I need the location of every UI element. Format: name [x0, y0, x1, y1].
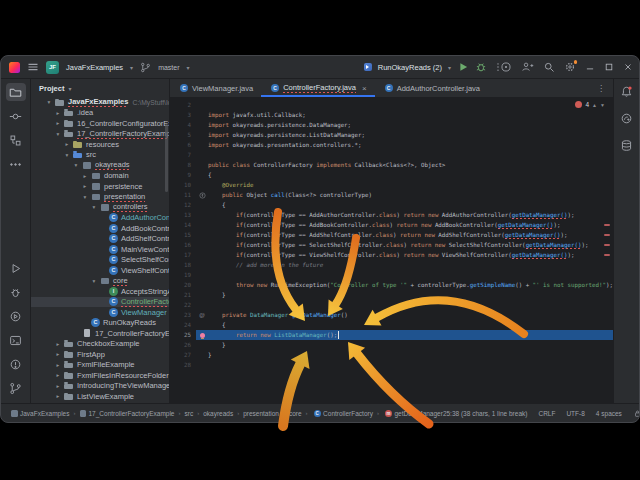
search-everywhere-icon[interactable]: [543, 61, 555, 73]
chevron-right-icon[interactable]: ▸: [54, 383, 62, 389]
tree-item[interactable]: ▾core: [31, 276, 169, 287]
breadcrumb-item[interactable]: src: [184, 410, 193, 417]
tree-item[interactable]: ▾presentation: [31, 192, 169, 203]
caret-position[interactable]: 25:38 (38 chars, 1 line break): [443, 410, 528, 417]
tool-git-button[interactable]: [6, 379, 26, 397]
tree-item[interactable]: CMainViewController: [31, 244, 169, 255]
tab-options-kebab-icon[interactable]: ⋮: [589, 84, 613, 93]
code-line[interactable]: 28: [170, 360, 613, 370]
code-line[interactable]: 24 {: [170, 320, 613, 330]
tool-run-button[interactable]: [6, 259, 26, 277]
chevron-right-icon[interactable]: ▸: [54, 341, 62, 347]
debug-button[interactable]: [475, 61, 487, 73]
code-line[interactable]: 23@ private DataManager getDataManager(): [170, 310, 613, 320]
chevron-right-icon[interactable]: ▸: [54, 362, 62, 368]
tool-commit-button[interactable]: [6, 107, 26, 125]
breadcrumb-item[interactable]: presentation: [243, 410, 279, 417]
tool-terminal-button[interactable]: [6, 331, 26, 349]
code-line[interactable]: 11 public Object call(Class<?> controlle…: [170, 190, 613, 200]
breadcrumb-item[interactable]: JavaFxExamples: [11, 409, 70, 417]
code-line[interactable]: 6import okayreads.presentation.controlle…: [170, 140, 613, 150]
code-line[interactable]: 21 }: [170, 290, 613, 300]
tree-item[interactable]: CViewManager: [31, 307, 169, 318]
tree-item[interactable]: ▸CheckboxExample: [31, 339, 169, 350]
tree-item[interactable]: ▾JavaFxExamplesC:\MyStuff\Idea Projects: [31, 97, 169, 108]
readonly-lock-icon[interactable]: [633, 409, 640, 418]
run-button[interactable]: [457, 61, 469, 73]
chevron-down-icon[interactable]: ▾: [63, 152, 71, 158]
tree-item[interactable]: CAddBookController: [31, 223, 169, 234]
tree-item[interactable]: IAcceptsStringArgument: [31, 286, 169, 297]
code-line[interactable]: 16 if(controllerType == SelectShelfContr…: [170, 240, 613, 250]
tree-item[interactable]: ▸resources: [31, 139, 169, 150]
next-error-chevron-icon[interactable]: ▼: [600, 102, 605, 108]
chevron-right-icon[interactable]: ▸: [54, 120, 62, 126]
tree-item[interactable]: ▸persistence: [31, 181, 169, 192]
code-line[interactable]: 27}: [170, 350, 613, 360]
code-line[interactable]: 18 // add more in the future: [170, 260, 613, 270]
editor-tab[interactable]: CViewManager.java: [170, 79, 261, 97]
code-with-me-icon[interactable]: [521, 61, 534, 73]
code-line[interactable]: 20 throw new RuntimeException("Controlle…: [170, 280, 613, 290]
tree-item[interactable]: ▾okayreads: [31, 160, 169, 171]
window-close-button[interactable]: [623, 62, 633, 72]
breadcrumb-item[interactable]: mgetDataManager: [383, 410, 443, 417]
file-encoding[interactable]: UTF-8: [566, 410, 584, 417]
code-line[interactable]: 13 if(controllerType == AddAuthorControl…: [170, 210, 613, 220]
project-panel-title[interactable]: Project: [39, 84, 64, 93]
branch-name[interactable]: master: [158, 64, 179, 71]
window-minimize-button[interactable]: [585, 62, 595, 72]
chevron-down-icon[interactable]: ▾: [45, 99, 53, 105]
tool-gradle-button[interactable]: [617, 109, 637, 127]
chevron-right-icon[interactable]: ▸: [63, 141, 71, 147]
tool-notifications-button[interactable]: [617, 82, 637, 100]
run-config-selector[interactable]: RunOkayReads (2): [378, 63, 442, 72]
close-icon[interactable]: ×: [362, 84, 367, 93]
code-line[interactable]: 19: [170, 270, 613, 280]
tree-item[interactable]: ▸IntroducingTheViewManager: [31, 381, 169, 392]
code-line[interactable]: 14 if(controllerType == AddBookControlle…: [170, 220, 613, 230]
tree-item[interactable]: ▾src: [31, 150, 169, 161]
tool-problems-button[interactable]: [6, 355, 26, 373]
tool-more-button[interactable]: [6, 155, 26, 173]
tree-item[interactable]: ▸.idea: [31, 108, 169, 119]
code-editor[interactable]: 4 ▲ ▼ 23import javafx.util.Callback;4imp…: [170, 98, 613, 403]
tool-structure-button[interactable]: [6, 131, 26, 149]
code-line[interactable]: 25 return new ListDataManager();: [170, 330, 613, 340]
code-line[interactable]: 3import javafx.util.Callback;: [170, 110, 613, 120]
project-name[interactable]: JavaFxExamples: [66, 63, 123, 72]
code-line[interactable]: 4import okayreads.persistence.DataManage…: [170, 120, 613, 130]
tree-item[interactable]: ▸FirstApp: [31, 349, 169, 360]
tree-item[interactable]: 17_ControllerFactoryExample.iml: [31, 328, 169, 339]
settings-sync-icon[interactable]: [500, 61, 512, 73]
tree-item[interactable]: ▸ListViewExample: [31, 391, 169, 402]
chevron-down-icon[interactable]: ▾: [90, 204, 98, 210]
chevron-right-icon[interactable]: ▸: [54, 110, 62, 116]
prev-error-chevron-icon[interactable]: ▲: [592, 102, 597, 108]
tree-item[interactable]: ▸domain: [31, 171, 169, 182]
inspections-widget[interactable]: 4 ▲ ▼: [575, 101, 605, 108]
indent-setting[interactable]: 4 spaces: [596, 410, 622, 417]
tree-item[interactable]: CControllerFactory: [31, 297, 169, 308]
code-line[interactable]: 5import okayreads.persistence.ListDataMa…: [170, 130, 613, 140]
chevron-right-icon[interactable]: ▸: [81, 183, 89, 189]
tool-database-button[interactable]: [617, 136, 637, 154]
editor-tab[interactable]: CAddAuthorController.java: [375, 79, 488, 97]
breadcrumb-item[interactable]: okayreads: [203, 410, 233, 417]
chevron-down-icon[interactable]: ▾: [90, 278, 98, 284]
code-line[interactable]: 22: [170, 300, 613, 310]
breadcrumb-item[interactable]: CControllerFactory: [312, 410, 373, 417]
code-line[interactable]: 12 {: [170, 200, 613, 210]
tree-item[interactable]: ▸FxmlFileExample: [31, 360, 169, 371]
code-line[interactable]: 17 if(controllerType == ViewShelfControl…: [170, 250, 613, 260]
editor-tab[interactable]: CControllerFactory.java×: [261, 79, 374, 97]
code-line[interactable]: 9{: [170, 170, 613, 180]
chevron-right-icon[interactable]: ▸: [81, 173, 89, 179]
breadcrumb-item[interactable]: 17_ControllerFactoryExample: [80, 409, 175, 417]
code-line[interactable]: 10 @Override: [170, 180, 613, 190]
code-line[interactable]: 2: [170, 100, 613, 110]
main-menu-hamburger-icon[interactable]: [27, 61, 39, 73]
breadcrumb-item[interactable]: core: [289, 410, 302, 417]
window-maximize-button[interactable]: [604, 62, 614, 72]
tree-item[interactable]: ▾17_ControllerFactoryExample: [31, 129, 169, 140]
